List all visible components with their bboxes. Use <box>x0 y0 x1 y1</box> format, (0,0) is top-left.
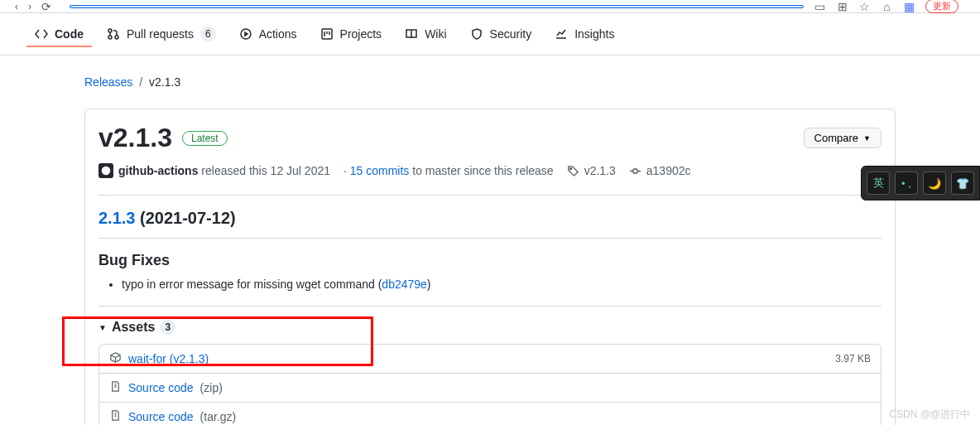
breadcrumb: Releases / v2.1.3 <box>84 75 896 89</box>
divider <box>98 238 882 239</box>
code-icon <box>35 27 48 41</box>
assets-count: 3 <box>160 320 175 335</box>
author-name[interactable]: github-actions <box>118 164 198 177</box>
url-bar[interactable] <box>70 5 804 8</box>
tab-pull-requests[interactable]: Pull requests 6 <box>98 20 224 48</box>
asset-ext: (tar.gz) <box>200 410 237 423</box>
release-box: v2.1.3 Latest Compare ▼ github-actions r… <box>84 109 896 425</box>
zip-icon <box>109 409 122 424</box>
tab-label: Actions <box>259 27 297 41</box>
bugfix-item: typo in error message for missing wget c… <box>122 278 882 291</box>
asset-ext: (zip) <box>200 381 223 394</box>
book-icon <box>405 27 418 41</box>
divider <box>98 306 882 307</box>
release-title: v2.1.3 <box>98 123 172 153</box>
version-date: (2021-07-12) <box>135 209 235 227</box>
tab-label: Projects <box>340 27 382 41</box>
star-icon[interactable]: ☆ <box>858 0 871 12</box>
reload-icon[interactable]: ⟳ <box>41 0 51 13</box>
svg-point-6 <box>569 167 571 169</box>
tab-wiki[interactable]: Wiki <box>396 21 454 47</box>
svg-point-1 <box>108 36 112 39</box>
app-icon-2[interactable]: ▦ <box>903 0 915 12</box>
divider <box>98 195 882 196</box>
tab-code[interactable]: Code <box>26 21 92 47</box>
svg-point-5 <box>102 167 111 176</box>
breadcrumb-sep: / <box>139 75 142 89</box>
tab-label: Code <box>55 27 84 41</box>
tag-icon <box>567 165 579 177</box>
tab-actions[interactable]: Actions <box>231 21 305 47</box>
breadcrumb-releases[interactable]: Releases <box>84 75 132 89</box>
commit-icon <box>629 165 641 177</box>
translate-icon[interactable]: ⊞ <box>836 0 848 12</box>
tab-label: Insights <box>574 27 614 41</box>
asset-link[interactable]: Source code <box>128 381 194 394</box>
asset-size: 3.97 KB <box>835 353 871 365</box>
caret-down-icon: ▼ <box>98 323 107 332</box>
tab-security[interactable]: Security <box>462 21 540 47</box>
ime-punct[interactable]: • , <box>895 171 918 195</box>
shield-icon <box>470 27 483 41</box>
asset-row: Source code (tar.gz) <box>98 402 882 425</box>
reader-icon[interactable]: ▭ <box>814 0 826 12</box>
watermark: CSDN @@进行中 <box>889 408 970 422</box>
ime-moon[interactable]: 🌙 <box>923 171 946 195</box>
asset-row: wait-for (v2.1.3)3.97 KB <box>98 344 882 374</box>
svg-point-0 <box>108 29 112 32</box>
released-text: released this 12 Jul 2021 <box>198 164 330 177</box>
play-icon <box>239 27 252 41</box>
commits-link[interactable]: 15 commits <box>350 164 410 177</box>
changelog-heading: 2.1.3 (2021-07-12) <box>98 209 882 228</box>
package-icon <box>109 351 122 366</box>
commit-link[interactable]: db2479e <box>382 278 427 291</box>
commit-sha[interactable]: a13902c <box>646 164 691 177</box>
repo-tabs: Code Pull requests 6 Actions Projects Wi… <box>0 13 980 56</box>
asset-link[interactable]: Source code <box>128 410 194 423</box>
latest-badge: Latest <box>182 131 228 146</box>
pull-request-icon <box>107 27 120 41</box>
ime-lang[interactable]: 英 <box>867 171 890 195</box>
release-meta: github-actions released this 12 Jul 2021… <box>98 163 882 178</box>
asset-row: Source code (zip) <box>98 373 882 403</box>
tab-label: Security <box>490 27 532 41</box>
tab-label: Pull requests <box>127 27 194 41</box>
tab-projects[interactable]: Projects <box>312 21 391 47</box>
project-icon <box>320 27 334 41</box>
compare-button[interactable]: Compare ▼ <box>804 128 882 148</box>
svg-point-2 <box>115 36 118 39</box>
bugfixes-heading: Bug Fixes <box>98 252 882 269</box>
app-icon-1[interactable]: ⌂ <box>881 0 893 12</box>
bugfix-list: typo in error message for missing wget c… <box>98 278 882 291</box>
tag-name[interactable]: v2.1.3 <box>584 164 616 177</box>
ime-shirt[interactable]: 👕 <box>951 171 974 195</box>
asset-link[interactable]: wait-for (v2.1.3) <box>128 352 209 365</box>
tab-insights[interactable]: Insights <box>546 21 622 47</box>
author-avatar[interactable] <box>98 163 113 178</box>
back-icon[interactable]: ‹ <box>15 1 18 12</box>
assets-label: Assets <box>112 320 155 335</box>
assets-toggle[interactable]: ▼ Assets 3 <box>98 320 882 335</box>
release-header: v2.1.3 Latest Compare ▼ <box>98 123 882 153</box>
breadcrumb-current: v2.1.3 <box>149 75 180 89</box>
zip-icon <box>109 380 122 395</box>
commits-suffix: to master since this release <box>409 164 553 177</box>
assets-list: wait-for (v2.1.3)3.97 KBSource code (zip… <box>98 344 882 425</box>
browser-chrome: ‹ › ⟳ ▭ ⊞ ☆ ⌂ ▦ 更新 <box>0 0 980 13</box>
forward-icon[interactable]: › <box>28 1 31 12</box>
main-container: Releases / v2.1.3 v2.1.3 Latest Compare … <box>71 56 909 425</box>
tab-label: Wiki <box>425 27 446 41</box>
chevron-down-icon: ▼ <box>863 134 871 142</box>
svg-point-7 <box>632 168 637 173</box>
graph-icon <box>555 27 568 41</box>
version-link[interactable]: 2.1.3 <box>98 209 135 227</box>
compare-label: Compare <box>814 132 858 144</box>
ime-toolbar[interactable]: 英 • , 🌙 👕 <box>861 166 980 200</box>
counter-badge: 6 <box>200 27 216 41</box>
update-badge[interactable]: 更新 <box>925 0 958 13</box>
